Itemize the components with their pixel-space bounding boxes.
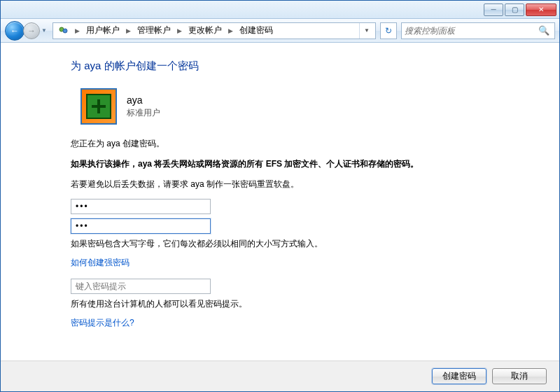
chevron-right-icon: ▶ (226, 27, 235, 34)
page-title: 为 aya 的帐户创建一个密码 (71, 59, 517, 73)
close-icon: ✕ (538, 6, 544, 13)
user-name: aya (127, 94, 160, 106)
hint-note: 所有使用这台计算机的人都可以看见密码提示。 (71, 298, 517, 310)
user-info: aya 标准用户 (127, 94, 160, 119)
breadcrumb-segment[interactable]: 更改帐户 (184, 23, 226, 38)
user-type: 标准用户 (127, 107, 160, 119)
refresh-button[interactable]: ↻ (380, 22, 397, 39)
back-arrow-icon: ← (10, 26, 19, 36)
creating-msg: 您正在为 aya 创建密码。 (71, 137, 517, 150)
password-inputs (71, 199, 517, 234)
forward-arrow-icon: → (27, 26, 36, 36)
strong-password-link[interactable]: 如何创建强密码 (71, 257, 130, 269)
maximize-icon: ▢ (512, 6, 518, 13)
search-bar[interactable]: 🔍 (401, 22, 555, 39)
close-button[interactable]: ✕ (526, 4, 556, 16)
breadcrumb-segment[interactable]: 管理帐户 (133, 23, 175, 38)
chevron-right-icon: ▶ (73, 27, 82, 34)
password-hint-input[interactable] (71, 279, 211, 294)
maximize-button[interactable]: ▢ (505, 4, 524, 16)
back-button[interactable]: ← (5, 21, 24, 41)
avatar (80, 88, 117, 125)
address-bar[interactable]: ▶ 用户帐户 ▶ 管理帐户 ▶ 更改帐户 ▶ 创建密码 ▼ (52, 22, 376, 39)
user-accounts-icon (57, 24, 70, 37)
window-controls: ─ ▢ ✕ (484, 4, 556, 16)
user-block: aya 标准用户 (80, 88, 517, 125)
control-panel-window: ─ ▢ ✕ ← → ▼ (0, 0, 560, 392)
search-input[interactable] (405, 26, 536, 36)
hint-help-link[interactable]: 密码提示是什么? (71, 317, 134, 329)
minimize-button[interactable]: ─ (484, 4, 503, 16)
search-icon[interactable]: 🔍 (536, 25, 552, 36)
chevron-right-icon: ▶ (124, 27, 133, 34)
case-note: 如果密码包含大写字母，它们每次都必须以相同的大小写方式输入。 (71, 238, 517, 250)
refresh-icon: ↻ (385, 26, 392, 36)
hint-block (71, 279, 517, 294)
warning-msg: 如果执行该操作，aya 将丢失网站或网络资源的所有 EFS 加密文件、个人证书和… (71, 158, 517, 171)
footer: 创建密码 取消 (1, 360, 559, 391)
nav-buttons: ← → ▼ (5, 21, 48, 41)
chevron-right-icon: ▶ (175, 27, 184, 34)
nav-bar: ← → ▼ ▶ 用户帐户 ▶ 管理帐户 ▶ 更改帐户 ▶ 创建密码 ▼ (1, 19, 559, 43)
address-dropdown[interactable]: ▼ (359, 23, 374, 38)
cancel-button[interactable]: 取消 (492, 368, 547, 384)
svg-point-1 (63, 29, 67, 33)
avatar-picture-icon (86, 94, 111, 119)
forward-button[interactable]: → (23, 22, 40, 39)
confirm-password-input[interactable] (71, 218, 211, 234)
minimize-icon: ─ (491, 6, 496, 13)
new-password-input[interactable] (71, 199, 211, 214)
breadcrumb-segment[interactable]: 用户帐户 (82, 23, 124, 38)
content-area: 为 aya 的帐户创建一个密码 aya 标准用户 您正在为 aya 创建密码。 … (1, 43, 559, 360)
breadcrumb-segment[interactable]: 创建密码 (235, 23, 277, 38)
create-password-button[interactable]: 创建密码 (432, 368, 486, 384)
title-bar: ─ ▢ ✕ (1, 1, 559, 19)
floppy-msg: 若要避免以后丢失数据，请要求 aya 制作一张密码重置软盘。 (71, 178, 517, 191)
nav-history-dropdown[interactable]: ▼ (40, 22, 48, 40)
